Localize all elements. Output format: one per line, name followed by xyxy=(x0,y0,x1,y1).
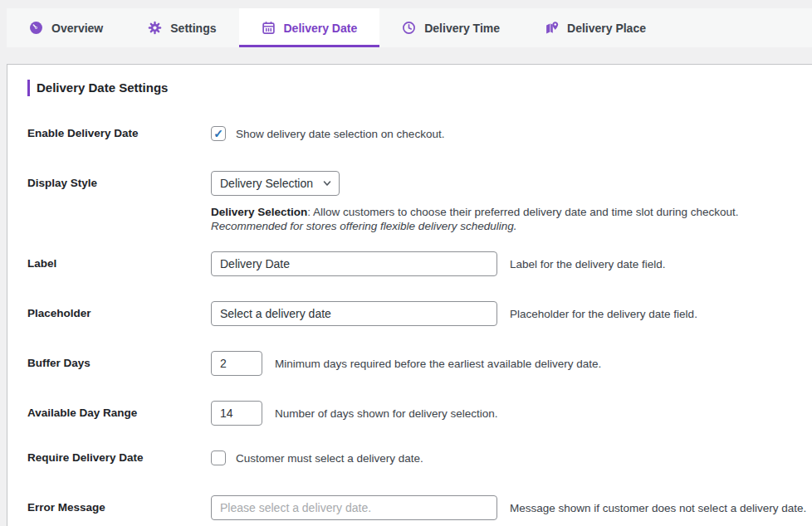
tab-delivery-place[interactable]: Delivery Place xyxy=(522,8,668,47)
row-enable-delivery-date: Enable Delivery Date ✓ Show delivery dat… xyxy=(27,126,812,141)
field-description: Label for the delivery date field. xyxy=(510,258,666,270)
checkbox-description: Show delivery date selection on checkout… xyxy=(236,128,444,140)
label-input[interactable] xyxy=(211,251,497,276)
tab-label: Delivery Time xyxy=(424,22,500,35)
field-label: Buffer Days xyxy=(27,351,211,369)
tab-label: Overview xyxy=(51,22,103,35)
field-label: Error Message xyxy=(27,495,211,514)
row-label: Label Label for the delivery date field. xyxy=(27,251,812,276)
dashboard-icon xyxy=(29,21,43,35)
field-label: Available Day Range xyxy=(27,401,211,419)
tab-settings[interactable]: Settings xyxy=(125,8,238,47)
row-require-delivery-date: Require Delivery Date Customer must sele… xyxy=(27,451,812,465)
error-message-input[interactable] xyxy=(211,495,497,520)
checkmark-icon: ✓ xyxy=(213,128,223,139)
row-buffer-days: Buffer Days Minimum days required before… xyxy=(27,351,812,376)
tab-delivery-date[interactable]: Delivery Date xyxy=(239,8,380,47)
field-label: Require Delivery Date xyxy=(27,451,211,464)
field-label: Display Style xyxy=(27,171,211,189)
calendar-icon xyxy=(262,21,276,35)
field-description: Message shown if customer does not selec… xyxy=(510,502,806,514)
tab-label: Settings xyxy=(170,22,216,35)
field-label: Placeholder xyxy=(27,301,211,319)
field-description: Placeholder for the delivery date field. xyxy=(510,308,697,320)
row-display-style: Display Style Delivery Selection Deliver… xyxy=(27,171,812,233)
page-title: Delivery Date Settings xyxy=(27,80,812,96)
field-description: Minimum days required before the earlies… xyxy=(275,358,601,370)
placeholder-input[interactable] xyxy=(211,301,497,326)
checkbox-description: Customer must select a delivery date. xyxy=(236,452,423,465)
gear-icon xyxy=(148,21,162,35)
row-placeholder: Placeholder Placeholder for the delivery… xyxy=(27,301,812,326)
available-day-range-input[interactable] xyxy=(211,401,262,426)
display-style-select[interactable]: Delivery Selection xyxy=(211,171,340,196)
field-description: Number of days shown for delivery select… xyxy=(275,407,498,420)
settings-tab-bar: Overview Settings Delivery Date Delivery… xyxy=(7,8,812,47)
buffer-days-input[interactable] xyxy=(211,351,262,376)
tab-overview[interactable]: Overview xyxy=(7,8,125,47)
field-label: Label xyxy=(27,251,211,270)
tab-delivery-time[interactable]: Delivery Time xyxy=(379,8,522,47)
delivery-date-settings-panel: Delivery Date Settings Enable Delivery D… xyxy=(7,64,812,526)
row-error-message: Error Message Message shown if customer … xyxy=(27,495,812,520)
tab-label: Delivery Place xyxy=(567,22,646,35)
enable-delivery-date-checkbox[interactable]: ✓ xyxy=(211,126,226,141)
map-marker-icon xyxy=(545,21,559,35)
field-label: Enable Delivery Date xyxy=(27,126,211,139)
row-available-day-range: Available Day Range Number of days shown… xyxy=(27,401,812,426)
tab-label: Delivery Date xyxy=(284,22,358,35)
clock-icon xyxy=(402,21,416,35)
display-style-description: Delivery Selection: Allow customers to c… xyxy=(211,205,739,233)
require-delivery-date-checkbox[interactable] xyxy=(211,451,226,465)
